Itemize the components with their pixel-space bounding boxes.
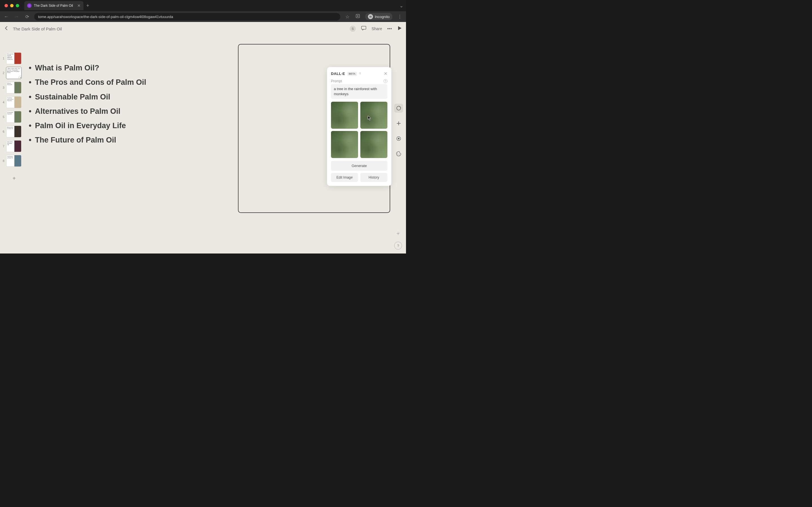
result-image-1[interactable] <box>331 102 358 129</box>
slide-thumb-1[interactable]: Discover the harmful impact of Palm Oil … <box>6 52 21 64</box>
app-root: The Dark Side of Palm Oil S Share ••• 1 … <box>0 22 406 253</box>
incognito-icon <box>368 14 373 19</box>
add-slide-button[interactable]: + <box>6 172 22 184</box>
document-title[interactable]: The Dark Side of Palm Oil <box>13 26 62 31</box>
bullet-item[interactable]: The Pros and Cons of Palm Oil <box>28 75 232 90</box>
history-button[interactable]: History <box>360 173 388 182</box>
drag-handle-icon[interactable]: ⠿ <box>359 72 362 75</box>
slide-thumb-7[interactable]: Palm Oil in Everyday Life <box>6 140 21 152</box>
incognito-label: Incognito <box>375 15 390 19</box>
nav-forward-button[interactable]: → <box>13 13 20 20</box>
nav-back-button[interactable]: ← <box>3 13 10 20</box>
slide-thumb-5[interactable]: Sustainable Palm Oil <box>6 111 21 123</box>
bullet-item[interactable]: What is Palm Oil? <box>28 61 232 75</box>
result-image-4[interactable] <box>360 131 388 158</box>
comments-icon[interactable] <box>361 25 366 32</box>
help-icon[interactable]: ? <box>384 79 388 83</box>
bullet-item[interactable]: Alternatives to Palm Oil <box>28 104 232 119</box>
tab-close-icon[interactable]: ✕ <box>77 3 81 8</box>
thumb-number: 6 <box>2 130 4 133</box>
svg-point-7 <box>398 138 400 139</box>
slide-thumb-6[interactable]: Alternatives to Palm Oil <box>6 126 21 137</box>
thumb-number: 2 <box>2 71 4 75</box>
thumb-user-badge: S <box>18 76 21 79</box>
more-menu-icon[interactable]: ••• <box>387 26 392 31</box>
thumb-number: 3 <box>2 86 4 89</box>
prompt-label: Prompt <box>331 79 342 83</box>
chevron-down-icon[interactable]: ⌄ <box>400 3 403 8</box>
beta-badge: BETA <box>347 72 357 76</box>
slide-text-block[interactable]: What is Palm Oil? The Pros and Cons of P… <box>25 44 238 245</box>
svg-point-3 <box>370 16 371 17</box>
incognito-badge[interactable]: Incognito <box>365 13 393 20</box>
nav-reload-button[interactable]: ⟳ <box>24 13 30 20</box>
slide-thumb-4[interactable]: The Pros and Cons of Palm Oil <box>6 96 21 108</box>
window-maximize-button[interactable] <box>16 4 19 7</box>
svg-rect-1 <box>357 15 358 17</box>
share-button[interactable]: Share <box>371 26 382 31</box>
traffic-lights <box>3 4 19 7</box>
window-close-button[interactable] <box>4 4 8 7</box>
help-button[interactable]: ? <box>394 242 402 249</box>
bookmark-star-icon[interactable]: ☆ <box>344 13 350 20</box>
result-image-2[interactable] <box>360 102 388 129</box>
ai-sparkle-icon[interactable] <box>394 230 402 238</box>
dalle-panel: DALL·E BETA ⠿ ✕ Prompt ? a tree in the r… <box>327 67 391 186</box>
svg-point-8 <box>397 153 398 154</box>
slide-thumbnails: 1 Discover the harmful impact of Palm Oi… <box>2 52 21 184</box>
close-icon[interactable]: ✕ <box>384 71 388 76</box>
right-toolbar <box>394 104 403 158</box>
back-chevron-icon[interactable] <box>4 25 9 32</box>
ai-swirl-icon[interactable] <box>394 104 403 113</box>
theme-palette-icon[interactable] <box>394 149 403 158</box>
record-icon[interactable] <box>394 134 403 143</box>
dalle-title: DALL·E <box>331 71 345 76</box>
results-grid <box>331 102 388 158</box>
browser-menu-icon[interactable]: ⋮ <box>396 13 403 20</box>
thumb-number: 5 <box>2 115 4 119</box>
svg-rect-4 <box>361 26 366 29</box>
address-bar: ← → ⟳ tome.app/sarahsworkspace/the-dark-… <box>0 11 406 22</box>
slide-thumb-8[interactable]: The Future of Palm Oil <box>6 155 21 167</box>
browser-title-bar: The Dark Side of Palm Oil ✕ + ⌄ <box>0 0 406 11</box>
prompt-input[interactable]: a tree in the rainforest with monkeys <box>331 84 388 99</box>
favicon-icon <box>27 3 32 8</box>
svg-point-9 <box>398 154 398 155</box>
new-tab-button[interactable]: + <box>86 3 89 9</box>
slide-thumb-3[interactable]: What is Palm Oil? <box>6 82 21 94</box>
url-input[interactable]: tome.app/sarahsworkspace/the-dark-side-o… <box>34 13 340 20</box>
browser-tab[interactable]: The Dark Side of Palm Oil ✕ <box>24 1 84 10</box>
extensions-icon[interactable] <box>354 13 361 20</box>
thumb-number: 8 <box>2 159 4 163</box>
window-minimize-button[interactable] <box>10 4 13 7</box>
slide-thumb-2[interactable]: • What is Palm Oil? • Pros & Cons • Sust… <box>6 67 21 79</box>
generate-button[interactable]: Generate <box>331 161 388 171</box>
bullet-item[interactable]: The Future of Palm Oil <box>28 133 232 147</box>
edit-image-button[interactable]: Edit Image <box>331 173 358 182</box>
svg-point-2 <box>369 16 370 17</box>
tab-title: The Dark Side of Palm Oil <box>34 4 75 8</box>
user-avatar[interactable]: S <box>350 25 356 32</box>
thumb-number: 7 <box>2 145 4 148</box>
thumb-number: 1 <box>2 57 4 60</box>
thumb-number: 4 <box>2 101 4 104</box>
present-button[interactable] <box>397 25 402 32</box>
bullet-item[interactable]: Palm Oil in Everyday Life <box>28 119 232 133</box>
add-block-icon[interactable] <box>394 119 403 128</box>
svg-point-10 <box>399 155 400 155</box>
app-header: The Dark Side of Palm Oil S Share ••• <box>0 22 406 36</box>
bullet-item[interactable]: Sustainable Palm Oil <box>28 90 232 104</box>
result-image-3[interactable] <box>331 131 358 158</box>
